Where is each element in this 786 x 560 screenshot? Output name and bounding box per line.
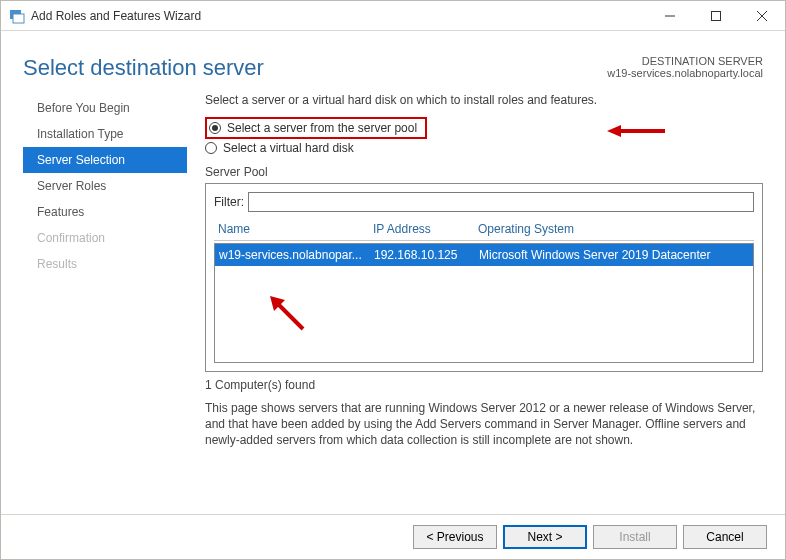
server-pool-panel: Filter: Name IP Address Operating System… [205,183,763,372]
close-button[interactable] [739,1,785,31]
window-title: Add Roles and Features Wizard [31,9,201,23]
radio-label: Select a server from the server pool [227,121,417,135]
destination-radio-group: Select a server from the server pool Sel… [205,117,763,155]
previous-button[interactable]: < Previous [413,525,497,549]
server-pool-label: Server Pool [205,165,763,179]
col-header-ip[interactable]: IP Address [373,222,478,236]
nav-sidebar: Before You Begin Installation Type Serve… [23,93,187,513]
maximize-button[interactable] [693,1,739,31]
nav-server-roles[interactable]: Server Roles [23,173,187,199]
cancel-button[interactable]: Cancel [683,525,767,549]
body: Before You Begin Installation Type Serve… [1,93,785,513]
cell-name: w19-services.nolabnopar... [219,248,374,262]
found-text: 1 Computer(s) found [205,378,763,392]
radio-label: Select a virtual hard disk [223,141,354,155]
table-row[interactable]: w19-services.nolabnopar... 192.168.10.12… [215,244,753,266]
filter-input[interactable] [248,192,754,212]
col-header-name[interactable]: Name [218,222,373,236]
install-button: Install [593,525,677,549]
radio-virtual-hard-disk[interactable]: Select a virtual hard disk [205,141,763,155]
destination-name: w19-services.nolabnoparty.local [607,67,763,79]
nav-server-selection[interactable]: Server Selection [23,147,187,173]
description-text: This page shows servers that are running… [205,400,763,449]
annotation-highlight: Select a server from the server pool [205,117,427,139]
app-icon [9,8,25,24]
svg-rect-3 [712,11,721,20]
radio-icon [209,122,221,134]
server-table: Name IP Address Operating System w19-ser… [214,222,754,363]
nav-confirmation: Confirmation [23,225,187,251]
intro-text: Select a server or a virtual hard disk o… [205,93,763,107]
radio-icon [205,142,217,154]
nav-before-you-begin[interactable]: Before You Begin [23,95,187,121]
cell-ip: 192.168.10.125 [374,248,479,262]
titlebar: Add Roles and Features Wizard [1,1,785,31]
header: Select destination server DESTINATION SE… [1,31,785,93]
next-button[interactable]: Next > [503,525,587,549]
radio-server-pool[interactable]: Select a server from the server pool [205,117,763,139]
destination-label: DESTINATION SERVER [607,55,763,67]
filter-label: Filter: [214,195,244,209]
destination-info: DESTINATION SERVER w19-services.nolabnop… [607,55,763,79]
page-title: Select destination server [23,55,264,81]
button-bar: < Previous Next > Install Cancel [1,514,785,559]
svg-rect-1 [13,14,24,23]
minimize-button[interactable] [647,1,693,31]
nav-installation-type[interactable]: Installation Type [23,121,187,147]
col-header-os[interactable]: Operating System [478,222,754,236]
table-header: Name IP Address Operating System [214,222,754,241]
table-body: w19-services.nolabnopar... 192.168.10.12… [214,243,754,363]
nav-results: Results [23,251,187,277]
content-pane: Select a server or a virtual hard disk o… [187,93,763,513]
filter-row: Filter: [214,192,754,212]
nav-features[interactable]: Features [23,199,187,225]
cell-os: Microsoft Windows Server 2019 Datacenter [479,248,749,262]
